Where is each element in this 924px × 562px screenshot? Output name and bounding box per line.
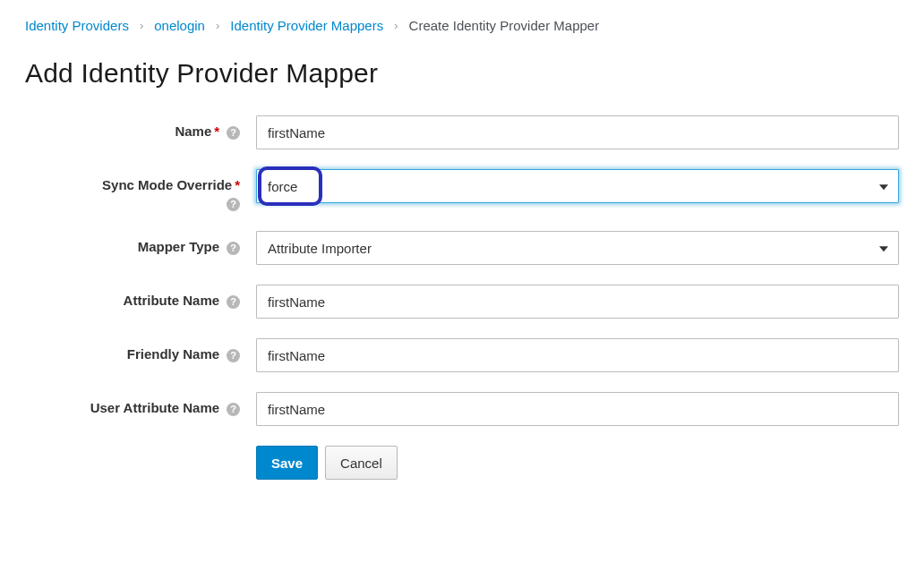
- chevron-right-icon: ›: [140, 19, 143, 32]
- mapper-type-select-wrap: Attribute Importer: [256, 231, 899, 265]
- mapper-type-label: Mapper Type: [138, 239, 219, 254]
- cancel-button[interactable]: Cancel: [325, 446, 398, 480]
- breadcrumb-link-idp-mappers[interactable]: Identity Provider Mappers: [230, 18, 383, 33]
- breadcrumb-current: Create Identity Provider Mapper: [409, 18, 600, 33]
- chevron-right-icon: ›: [216, 19, 219, 32]
- help-icon[interactable]: ?: [227, 126, 240, 140]
- user-attribute-name-label: User Attribute Name: [90, 400, 219, 415]
- user-attribute-name-input[interactable]: [256, 392, 899, 426]
- chevron-right-icon: ›: [394, 19, 398, 32]
- page-title: Add Identity Provider Mapper: [25, 58, 899, 89]
- friendly-name-input[interactable]: [256, 338, 899, 372]
- required-marker: *: [235, 177, 240, 192]
- save-button[interactable]: Save: [256, 446, 318, 480]
- friendly-name-label: Friendly Name: [127, 346, 219, 362]
- help-icon[interactable]: ?: [227, 242, 240, 255]
- mapper-form: Name* ? Sync Mode Override* ? force Mapp…: [25, 115, 899, 480]
- required-marker: *: [214, 123, 219, 139]
- sync-mode-label: Sync Mode Override*: [102, 177, 240, 192]
- sync-mode-select[interactable]: force: [256, 169, 899, 203]
- help-icon[interactable]: ?: [227, 198, 240, 211]
- name-input[interactable]: [256, 115, 899, 149]
- breadcrumb-link-identity-providers[interactable]: Identity Providers: [25, 18, 129, 33]
- help-icon[interactable]: ?: [227, 403, 240, 416]
- mapper-type-select[interactable]: Attribute Importer: [256, 231, 899, 265]
- attribute-name-label: Attribute Name: [124, 293, 220, 308]
- breadcrumb: Identity Providers › onelogin › Identity…: [25, 18, 899, 33]
- breadcrumb-link-onelogin[interactable]: onelogin: [154, 18, 205, 33]
- name-label: Name*: [175, 123, 219, 139]
- sync-mode-select-wrap: force: [256, 169, 899, 203]
- help-icon[interactable]: ?: [227, 349, 240, 362]
- attribute-name-input[interactable]: [256, 285, 899, 319]
- help-icon[interactable]: ?: [227, 295, 240, 309]
